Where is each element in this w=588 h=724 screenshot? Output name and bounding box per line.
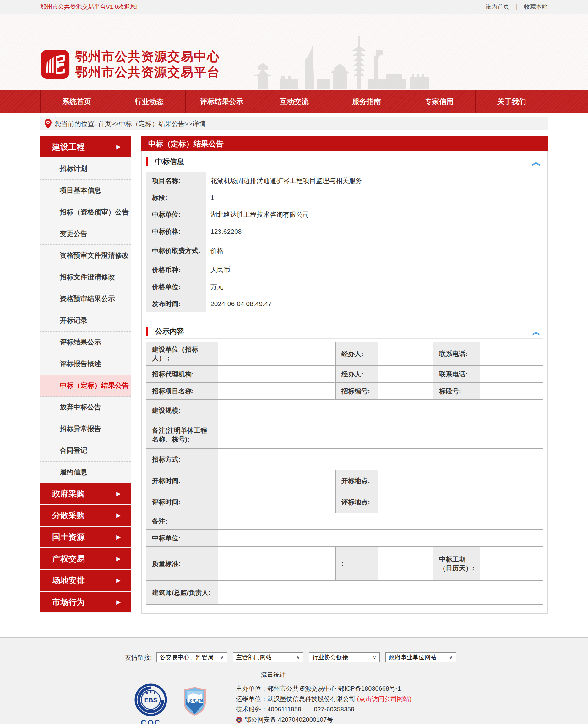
breadcrumb-text: 您当前的位置: 首页>>中标（定标）结果公告>>详情 — [55, 119, 206, 128]
sidebar-category-label: 政府采购 — [52, 488, 85, 499]
field-value — [218, 342, 336, 366]
sidebar-category-label: 国土资源 — [52, 532, 85, 543]
favorite-link[interactable]: 收藏本站 — [524, 3, 548, 11]
location-pin-icon — [45, 119, 51, 128]
sidebar-item-contract-registration[interactable]: 合同登记 — [40, 440, 131, 462]
sidebar: 建设工程 ▶ 招标计划 项目基本信息 招标（资格预审）公告 变更公告 资格预审文… — [40, 137, 131, 614]
field-label: 评标地点: — [336, 492, 378, 513]
sidebar-category-land-resources[interactable]: 国土资源 ▶ — [40, 527, 131, 547]
site-banner: 鄂州市公共资源交易中心 鄂州市公共资源交易平台 — [0, 14, 588, 89]
award-info-table: 项目名称:花湖机场周边排涝通道扩容工程项目监理与相关服务 标段:1 中标单位:湖… — [146, 172, 543, 312]
field-value — [378, 492, 543, 513]
links-select-trading-centers[interactable]: 各交易中心、监管局 ∨ — [156, 653, 227, 662]
table-row: 项目名称:花湖机场周边排涝通道扩容工程项目监理与相关服务 — [146, 172, 543, 189]
arrow-right-icon: ▶ — [116, 143, 121, 150]
field-label: : — [336, 547, 378, 581]
nav-item-bid-eval-results[interactable]: 评标结果公示 — [186, 89, 258, 113]
arrow-right-icon: ▶ — [116, 490, 121, 497]
chevron-down-icon: ∨ — [296, 655, 300, 660]
table-row: 价格单位:万元 — [146, 278, 543, 295]
field-label: 备注: — [146, 513, 218, 530]
field-value — [218, 513, 543, 530]
sidebar-item-prequal-doc-clarify[interactable]: 资格预审文件澄清修改 — [40, 245, 131, 267]
section-title: 公示内容 — [155, 327, 532, 336]
field-value: 2024-06-04 08:49:47 — [206, 295, 543, 312]
collapse-chevron-icon[interactable]: 《 — [532, 158, 540, 166]
sidebar-item-bid-plan[interactable]: 招标计划 — [40, 158, 131, 180]
collapse-chevron-icon[interactable]: 《 — [532, 327, 540, 336]
field-value: 万元 — [206, 278, 543, 295]
sidebar-item-prequal-result[interactable]: 资格预审结果公示 — [40, 288, 131, 310]
field-label: 招标项目名称: — [146, 383, 218, 400]
topbar-separator: ｜ — [513, 3, 520, 11]
nav-item-interaction[interactable]: 互动交流 — [258, 89, 331, 113]
ebs-certification-badge: EBS CQC — [133, 683, 168, 724]
field-value: 1 — [206, 189, 543, 206]
sidebar-item-performance-info[interactable]: 履约信息 — [40, 462, 131, 483]
chevron-down-icon: ∨ — [373, 655, 376, 660]
field-value — [218, 547, 336, 581]
field-label: 中标价格: — [146, 223, 206, 240]
shield-badge-icon: 事业单位 — [183, 686, 207, 716]
sidebar-category-market-behavior[interactable]: 市场行为 ▶ — [40, 592, 131, 613]
sidebar-item-bid-opening-record[interactable]: 开标记录 — [40, 310, 131, 332]
nav-item-industry-news[interactable]: 行业动态 — [113, 89, 186, 113]
sidebar-item-eval-report-summary[interactable]: 评标报告概述 — [40, 353, 131, 375]
sidebar-category-venue-arrangement[interactable]: 场地安排 ▶ — [40, 570, 131, 591]
sidebar-category-gov-procurement[interactable]: 政府采购 ▶ — [40, 483, 131, 504]
links-select-gov-institutions[interactable]: 政府事业单位网站 ∨ — [385, 653, 456, 662]
sidebar-item-tender-prequal-notice[interactable]: 招标（资格预审）公告 — [40, 202, 131, 223]
nav-item-about-us[interactable]: 关于我们 — [476, 89, 548, 113]
section-publicity-header: 公示内容 《 — [146, 324, 543, 339]
public-institution-badge: 事业单位 — [183, 686, 207, 724]
field-value: 花湖机场周边排涝通道扩容工程项目监理与相关服务 — [206, 172, 543, 189]
sidebar-item-tender-abnormal-report[interactable]: 招标异常报告 — [40, 418, 131, 440]
field-label: 联系电话: — [434, 366, 480, 383]
company-site-link[interactable]: (点击访问公司网站) — [357, 696, 412, 702]
field-label: 发布时间: — [146, 295, 206, 312]
site-title-line1: 鄂州市公共资源交易中心 — [75, 48, 220, 64]
sidebar-item-award-result-notice[interactable]: 中标（定标）结果公告 — [40, 375, 131, 397]
set-home-link[interactable]: 设为首页 — [485, 3, 509, 11]
friendly-links-label: 友情链接: — [125, 653, 152, 662]
table-row: 价格币种:人民币 — [146, 262, 543, 278]
sidebar-category-decentralized-procurement[interactable]: 分散采购 ▶ — [40, 505, 131, 526]
field-label: 建设规模: — [146, 400, 218, 421]
field-value — [480, 342, 543, 366]
sidebar-category-property-rights[interactable]: 产权交易 ▶ — [40, 549, 131, 569]
sidebar-item-tender-doc-clarify[interactable]: 招标文件澄清修改 — [40, 267, 131, 288]
field-label: 备注(注明单体工程名称、栋号): — [146, 421, 218, 449]
cqc-label: CQC — [133, 718, 168, 724]
field-label: 经办人: — [336, 342, 378, 366]
field-label: 价格币种: — [146, 262, 206, 278]
field-value: 123.62208 — [206, 223, 543, 240]
table-row: 质量标准: : 中标工期（日历天）: — [146, 547, 543, 581]
field-value — [218, 449, 543, 470]
sidebar-item-project-basic-info[interactable]: 项目基本信息 — [40, 180, 131, 202]
field-value — [218, 530, 543, 547]
sidebar-item-abandon-award-notice[interactable]: 放弃中标公告 — [40, 397, 131, 418]
sidebar-category-construction[interactable]: 建设工程 ▶ — [40, 137, 131, 157]
table-row: 中标价格:123.62208 — [146, 223, 543, 240]
links-select-industry-associations[interactable]: 行业协会链接 ∨ — [309, 653, 380, 662]
sidebar-category-label: 分散采购 — [52, 510, 85, 521]
nav-item-expert-credit[interactable]: 专家信用 — [403, 89, 476, 113]
sidebar-item-eval-result-publicity[interactable]: 评标结果公示 — [40, 332, 131, 353]
section-marker — [146, 158, 148, 166]
traffic-stats-label: 流量统计 — [0, 670, 547, 679]
field-label: 招标代理机构: — [146, 366, 218, 383]
operator-company: 武汉墨仗信息科技股份有限公司 — [267, 696, 355, 702]
sidebar-item-change-notice[interactable]: 变更公告 — [40, 223, 131, 245]
organizer-line: 主办单位：鄂州市公共资源交易中心 鄂ICP备18030668号-1 — [236, 683, 412, 694]
table-row: 中标单位: — [146, 530, 543, 547]
links-select-authority-sites[interactable]: 主管部门网站 ∨ — [233, 653, 303, 662]
nav-item-service-guide[interactable]: 服务指南 — [331, 89, 403, 113]
field-label: 开标地点: — [336, 470, 378, 492]
field-value — [378, 547, 434, 581]
table-row: 备注: — [146, 513, 543, 530]
select-value: 行业协会链接 — [313, 653, 348, 661]
table-row: 标段:1 — [146, 189, 543, 206]
table-row: 中标单位:湖北路达胜工程技术咨询有限公司 — [146, 206, 543, 223]
arrow-right-icon: ▶ — [116, 577, 121, 584]
nav-item-home[interactable]: 系统首页 — [40, 89, 113, 113]
